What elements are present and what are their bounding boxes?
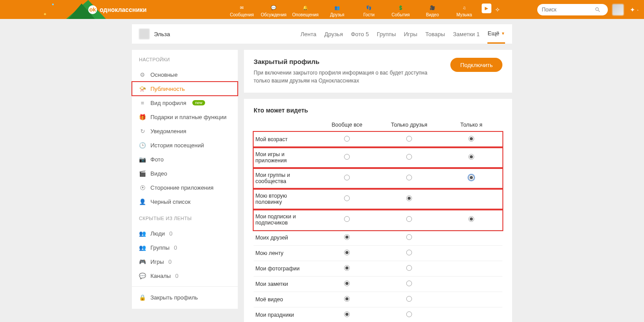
nav-label: Гости bbox=[363, 12, 374, 17]
sidebar-item-label: Видео bbox=[150, 170, 167, 177]
privacy-table: Вообще все Только друзья Только я Мой во… bbox=[254, 118, 502, 322]
sidebar-item-label: Каналы bbox=[150, 273, 171, 279]
col-me: Только я bbox=[440, 118, 502, 132]
sidebar-item-label: Вид профиля bbox=[150, 100, 186, 106]
search-input[interactable] bbox=[542, 7, 595, 13]
privacy-row: Мою ленту bbox=[254, 246, 502, 261]
sidebar-item[interactable]: 📷Фото bbox=[132, 152, 238, 166]
privacy-radio[interactable] bbox=[344, 311, 350, 317]
privacy-radio[interactable] bbox=[344, 195, 350, 201]
privacy-radio[interactable] bbox=[344, 216, 350, 222]
header-nav-item[interactable]: ♫Музыка bbox=[448, 2, 480, 17]
privacy-radio[interactable] bbox=[406, 250, 412, 255]
sidebar-icon: 🎮 bbox=[139, 258, 146, 265]
privacy-radio[interactable] bbox=[344, 136, 350, 142]
sidebar-item[interactable]: 🕒История посещений bbox=[132, 138, 238, 152]
profile-tab[interactable]: Группы bbox=[377, 24, 396, 44]
privacy-radio[interactable] bbox=[406, 296, 412, 302]
sidebar-item[interactable]: ≡Вид профиляnew bbox=[132, 96, 238, 110]
privacy-radio[interactable] bbox=[344, 175, 350, 180]
privacy-radio[interactable] bbox=[344, 281, 350, 286]
sidebar-item[interactable]: ⦿Сторонние приложения bbox=[132, 180, 238, 195]
profile-tab[interactable]: Друзья bbox=[324, 24, 343, 44]
privacy-radio[interactable] bbox=[406, 136, 412, 142]
header-nav-item[interactable]: 💲События bbox=[385, 2, 416, 17]
privacy-radio[interactable] bbox=[344, 234, 350, 240]
sidebar-title: НАСТРОЙКИ bbox=[132, 50, 238, 67]
col-friends: Только друзья bbox=[378, 118, 440, 132]
privacy-radio[interactable] bbox=[468, 154, 474, 160]
privacy-label: Мою ленту bbox=[254, 246, 316, 261]
privacy-radio[interactable] bbox=[468, 136, 474, 142]
lock-icon: 🔒 bbox=[139, 294, 146, 301]
connect-button[interactable]: Подключить bbox=[450, 58, 502, 72]
sidebar-item[interactable]: 🎬Видео bbox=[132, 166, 238, 180]
privacy-row: Мои фотографии bbox=[254, 261, 502, 277]
sidebar-item[interactable]: 🎁Подарки и платные функции bbox=[132, 110, 238, 124]
privacy-radio[interactable] bbox=[344, 154, 350, 160]
nav-icon: 🔔 bbox=[303, 4, 308, 12]
profile-tab[interactable]: Ещё▼ bbox=[487, 24, 505, 44]
sidebar-close-profile[interactable]: 🔒 Закрыть профиль bbox=[132, 290, 238, 304]
header-nav: ✉Сообщения💬Обсуждения🔔Оповещения👥Друзья👣… bbox=[226, 2, 493, 17]
sidebar-hidden-item[interactable]: 🎮Игры 0 bbox=[132, 255, 238, 269]
nav-icon: 🎥 bbox=[430, 4, 435, 12]
play-button[interactable]: ▶ bbox=[480, 2, 493, 17]
profile-tab[interactable]: Лента bbox=[300, 24, 316, 44]
privacy-radio[interactable] bbox=[344, 296, 350, 302]
sidebar-hidden-item[interactable]: 👥Люди 0 bbox=[132, 226, 238, 240]
privacy-row: Мою вторую половинку bbox=[254, 189, 502, 210]
sidebar-hidden-item[interactable]: 👥Группы 0 bbox=[132, 240, 238, 255]
privacy-row: Мои заметки bbox=[254, 277, 502, 292]
privacy-radio[interactable] bbox=[406, 265, 412, 271]
sidebar-icon: ≡ bbox=[139, 99, 146, 106]
logo-text: одноклассники bbox=[100, 6, 146, 13]
nav-label: Видео bbox=[426, 12, 439, 17]
privacy-label: Моих друзей bbox=[254, 230, 316, 246]
privacy-radio[interactable] bbox=[468, 216, 474, 222]
privacy-radio[interactable] bbox=[406, 195, 412, 201]
privacy-row: Моё видео bbox=[254, 292, 502, 307]
profile-tab[interactable]: Игры bbox=[404, 24, 417, 44]
sidebar-hidden-item[interactable]: 💬Каналы 0 bbox=[132, 269, 238, 283]
header-nav-item[interactable]: 🔔Оповещения bbox=[289, 2, 321, 17]
privacy-radio[interactable] bbox=[406, 175, 412, 180]
sidebar-icon: 👥 bbox=[139, 230, 146, 237]
privacy-label: Мои игры и приложения bbox=[254, 147, 316, 168]
header-nav-item[interactable]: 👥Друзья bbox=[321, 2, 353, 17]
profile-avatar[interactable] bbox=[139, 29, 150, 39]
privacy-radio[interactable] bbox=[406, 234, 412, 240]
header-nav-item[interactable]: 👣Гости bbox=[353, 2, 385, 17]
privacy-radio[interactable] bbox=[344, 265, 350, 271]
profile-tab[interactable]: Фото 5 bbox=[351, 24, 369, 44]
privacy-radio[interactable] bbox=[406, 216, 412, 222]
sidebar-item[interactable]: 📯Публичность bbox=[132, 82, 238, 96]
privacy-radio[interactable] bbox=[406, 154, 412, 160]
sidebar-item[interactable]: 👤Черный список bbox=[132, 195, 238, 209]
profile-tab[interactable]: Заметки 1 bbox=[453, 24, 480, 44]
nav-label: События bbox=[392, 12, 410, 17]
settings-sidebar: НАСТРОЙКИ ⚙Основные📯Публичность≡Вид проф… bbox=[132, 50, 238, 309]
logo[interactable]: ok одноклассники bbox=[88, 5, 146, 14]
nav-icon: 👥 bbox=[334, 4, 340, 12]
privacy-radio[interactable] bbox=[406, 311, 412, 317]
header-nav-item[interactable]: 💬Обсуждения bbox=[258, 2, 289, 17]
new-badge: new bbox=[192, 100, 205, 105]
header-nav-item[interactable]: ✉Сообщения bbox=[226, 2, 258, 17]
count: 0 bbox=[169, 230, 172, 237]
search-box[interactable] bbox=[537, 4, 608, 15]
sidebar-icon: 🎁 bbox=[139, 113, 146, 120]
profile-tab[interactable]: Товары bbox=[425, 24, 445, 44]
sparkle-icon: ✧ bbox=[495, 6, 500, 13]
count: 0 bbox=[174, 244, 177, 251]
sidebar-item[interactable]: ⚙Основные bbox=[132, 67, 238, 82]
privacy-label: Мои заметки bbox=[254, 277, 316, 292]
privacy-radio[interactable] bbox=[468, 175, 474, 180]
privacy-row: Мой возраст bbox=[254, 132, 502, 147]
privacy-radio[interactable] bbox=[344, 250, 350, 255]
privacy-radio[interactable] bbox=[406, 281, 412, 286]
col-everyone: Вообще все bbox=[316, 118, 378, 132]
header-avatar[interactable] bbox=[612, 4, 624, 15]
sidebar-item[interactable]: ↻Уведомления bbox=[132, 124, 238, 138]
header-nav-item[interactable]: 🎥Видео bbox=[416, 2, 448, 17]
